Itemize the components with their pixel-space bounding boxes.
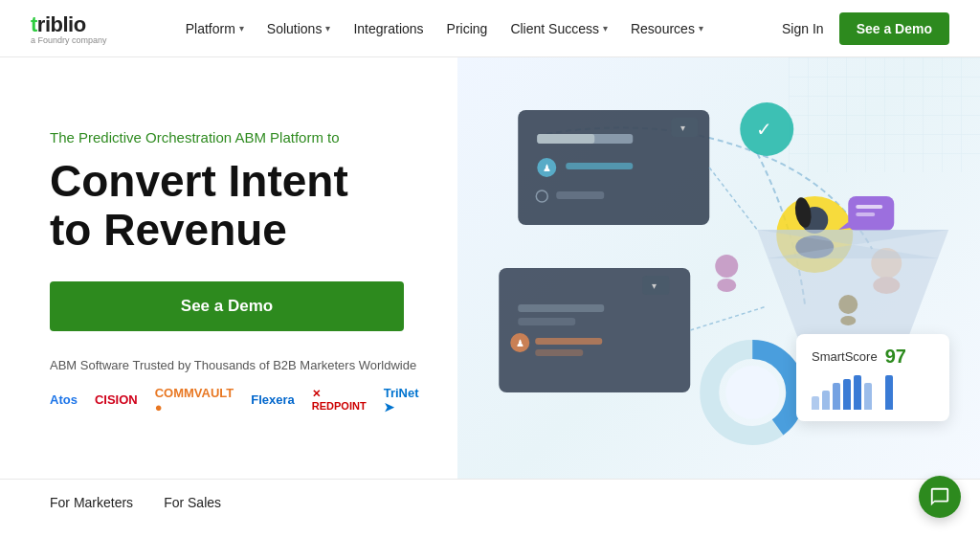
svg-text:✓: ✓ <box>756 119 772 140</box>
bar-2 <box>822 391 830 410</box>
hero-illustration-area: ▾ ♟ ✓ <box>457 57 981 479</box>
bar-6 <box>864 383 872 410</box>
chevron-down-icon: ▾ <box>699 23 703 34</box>
nav-resources[interactable]: Resources ▾ <box>631 21 703 36</box>
footer-nav: For Marketers For Sales <box>0 479 980 526</box>
hero-tagline: The Predictive Orchestration ABM Platfor… <box>50 129 419 145</box>
header: triblio a Foundry company Platform ▾ Sol… <box>0 0 980 57</box>
svg-text:▾: ▾ <box>652 280 657 291</box>
trust-text: ABM Software Trusted by Thousands of B2B… <box>50 358 419 372</box>
footer-nav-marketers[interactable]: For Marketers <box>50 495 133 510</box>
nav-platform[interactable]: Platform ▾ <box>186 21 244 36</box>
flexera-logo: Flexera <box>251 392 295 407</box>
chevron-down-icon: ▾ <box>239 23 244 34</box>
chat-button[interactable] <box>919 476 961 518</box>
chevron-down-icon: ▾ <box>603 23 608 34</box>
nav-pricing[interactable]: Pricing <box>447 21 488 36</box>
hero-left: The Predictive Orchestration ABM Platfor… <box>0 57 457 479</box>
trinet-logo: TriNet ➤ <box>384 386 419 414</box>
chevron-down-icon: ▾ <box>325 23 330 34</box>
logo-sub: a Foundry company <box>31 35 107 45</box>
svg-rect-34 <box>535 338 602 345</box>
svg-text:♟: ♟ <box>543 163 551 173</box>
header-actions: Sign In See a Demo <box>782 12 949 45</box>
bar-5 <box>854 375 861 410</box>
main-nav: Platform ▾ Solutions ▾ Integrations Pric… <box>186 21 703 36</box>
nav-client-success[interactable]: Client Success ▾ <box>510 21 608 36</box>
svg-text:▾: ▾ <box>680 123 685 133</box>
redpoint-logo: ✕ REDPOINT <box>312 388 367 412</box>
partner-logos: Atos CISION COMMVAULT ● Flexera ✕ REDPOI… <box>50 386 419 414</box>
svg-point-40 <box>725 366 779 419</box>
smartscore-bars <box>812 375 934 410</box>
svg-rect-31 <box>518 318 575 325</box>
nav-integrations[interactable]: Integrations <box>353 21 423 36</box>
nav-solutions[interactable]: Solutions ▾ <box>267 21 331 36</box>
chat-icon <box>929 486 950 507</box>
footer-nav-sales[interactable]: For Sales <box>164 495 221 510</box>
svg-rect-8 <box>566 163 633 169</box>
svg-text:♟: ♟ <box>516 338 524 348</box>
svg-line-41 <box>709 168 757 230</box>
sign-in-button[interactable]: Sign In <box>782 21 824 36</box>
bar-4 <box>843 379 851 410</box>
cision-logo: CISION <box>95 392 138 407</box>
logo-text: triblio <box>31 12 86 37</box>
svg-rect-20 <box>856 213 875 216</box>
demo-button[interactable]: See a Demo <box>839 12 949 45</box>
smartscore-row: SmartScore 97 <box>812 346 934 368</box>
smartscore-value: 97 <box>885 346 906 368</box>
svg-line-42 <box>690 306 767 330</box>
hero-cta-button[interactable]: See a Demo <box>50 281 404 331</box>
commvault-logo: COMMVAULT ● <box>155 386 234 414</box>
smartscore-card: SmartScore 97 <box>796 334 949 421</box>
svg-rect-30 <box>518 304 604 312</box>
svg-rect-35 <box>535 349 583 356</box>
hero-section: The Predictive Orchestration ABM Platfor… <box>0 57 980 479</box>
smartscore-label: SmartScore <box>812 349 878 364</box>
svg-point-22 <box>717 279 736 292</box>
svg-rect-19 <box>856 205 882 209</box>
svg-point-21 <box>715 255 738 278</box>
bar-1 <box>812 396 819 410</box>
bar-3 <box>833 383 840 410</box>
bar-7 <box>885 375 893 410</box>
atos-logo: Atos <box>50 392 78 407</box>
hero-title: Convert Intent to Revenue <box>50 157 419 254</box>
svg-rect-3 <box>537 134 594 144</box>
logo: triblio a Foundry company <box>31 12 107 45</box>
svg-rect-10 <box>556 191 604 199</box>
